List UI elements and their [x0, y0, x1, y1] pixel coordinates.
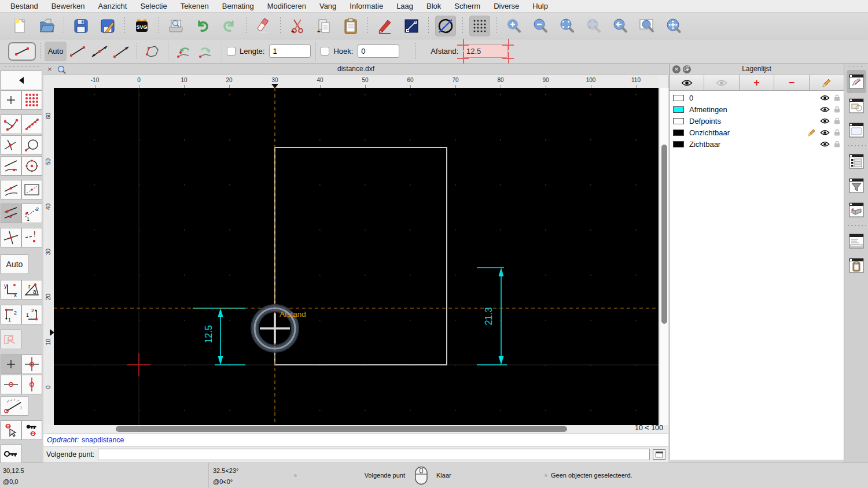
- snap-tangent-icon[interactable]: [1, 156, 21, 176]
- menu-item-bemating[interactable]: Bemating: [222, 2, 254, 10]
- snap-on-entity-icon[interactable]: [21, 114, 42, 134]
- lengte-input[interactable]: [269, 45, 311, 58]
- layer-visibility-icon[interactable]: [820, 118, 830, 124]
- coordinate-cartesian-icon[interactable]: yx: [1, 280, 21, 300]
- lengte-checkbox[interactable]: [227, 47, 236, 56]
- panel-library-button[interactable]: [847, 198, 866, 221]
- hoek-input[interactable]: [358, 45, 399, 58]
- hide-all-layers-button[interactable]: [704, 75, 739, 90]
- restrict-orthogonal-icon[interactable]: [21, 354, 42, 374]
- current-tool-line-icon[interactable]: [8, 42, 36, 61]
- zoom-selection-icon[interactable]: [583, 16, 604, 36]
- menu-item-bestand[interactable]: Bestand: [10, 2, 38, 10]
- zoom-pan-icon[interactable]: [663, 16, 684, 36]
- panel-blocks-button[interactable]: [847, 94, 866, 117]
- menu-item-bewerken[interactable]: Bewerken: [52, 2, 85, 10]
- menu-item-aanzicht[interactable]: Aanzicht: [98, 2, 127, 10]
- new-file-icon[interactable]: [10, 16, 31, 36]
- line-angle-both-button[interactable]: [89, 42, 111, 61]
- layer-lock-icon[interactable]: [834, 128, 840, 136]
- layer-lock-icon[interactable]: [834, 117, 840, 125]
- zoom-previous-icon[interactable]: [610, 16, 631, 36]
- angle-meter-icon[interactable]: [1, 396, 28, 416]
- dock-handle[interactable]: [847, 65, 865, 68]
- snap-center-icon[interactable]: [21, 156, 42, 176]
- layer-lock-icon[interactable]: [834, 94, 840, 102]
- snap-distance-box-icon[interactable]: [21, 180, 42, 199]
- edit-pen-icon[interactable]: [374, 16, 395, 36]
- snap-sequence-icon[interactable]: 12: [21, 204, 42, 223]
- restrict-horizontal-icon[interactable]: [1, 375, 21, 394]
- snap-intersection-icon[interactable]: [1, 135, 21, 155]
- menu-item-tekenen[interactable]: Tekenen: [181, 2, 209, 10]
- zoom-window-icon[interactable]: [637, 16, 657, 36]
- auto-line-mode-button[interactable]: Auto: [45, 42, 67, 61]
- line-two-points-button[interactable]: [67, 42, 89, 61]
- menu-item-scherm[interactable]: Scherm: [454, 2, 480, 10]
- drawing-canvas[interactable]: 12.5 21.3 Afstand: [54, 88, 659, 425]
- zoom-out-icon[interactable]: [530, 16, 551, 36]
- remove-layer-button[interactable]: −: [774, 75, 809, 90]
- add-layer-button[interactable]: +: [740, 75, 774, 90]
- menu-item-blok[interactable]: Blok: [426, 2, 441, 10]
- svg-export-icon[interactable]: SVG: [131, 16, 152, 36]
- panel-filter-button[interactable]: [847, 174, 866, 197]
- restrict-vertical-icon[interactable]: [21, 375, 42, 394]
- menu-item-hulp[interactable]: Hulp: [532, 2, 548, 10]
- auto-snap-button[interactable]: Auto: [1, 254, 28, 274]
- edit-layer-button[interactable]: [810, 75, 844, 90]
- panel-layer-list-button[interactable]: [847, 150, 866, 173]
- horizontal-scrollbar[interactable]: [43, 425, 668, 434]
- back-button[interactable]: [1, 71, 42, 90]
- horizontal-scrollbar-thumb[interactable]: [116, 426, 567, 432]
- lock-reference-icon[interactable]: [21, 420, 42, 440]
- snap-free-icon[interactable]: [1, 90, 21, 110]
- paste-icon[interactable]: [340, 16, 361, 36]
- panel-command-button[interactable]: [847, 230, 866, 253]
- vertical-scrollbar-thumb[interactable]: [661, 145, 667, 324]
- restrict-nothing-icon[interactable]: [1, 354, 21, 374]
- redo-icon[interactable]: [219, 16, 240, 36]
- snap-endpoints-icon[interactable]: [1, 114, 21, 134]
- layer-visibility-icon[interactable]: [820, 106, 830, 113]
- snap-middle-icon[interactable]: [1, 180, 21, 199]
- panel-clipboard-button[interactable]: [847, 254, 866, 277]
- print-preview-icon[interactable]: [165, 16, 186, 36]
- layer-visibility-icon[interactable]: [820, 95, 830, 101]
- draft-mode-icon[interactable]: [435, 16, 456, 36]
- restrict-disabled-icon[interactable]: [1, 330, 21, 349]
- layer-visibility-icon[interactable]: [820, 141, 830, 147]
- delete-icon[interactable]: [253, 16, 274, 36]
- open-file-icon[interactable]: [36, 16, 57, 36]
- menu-item-diverse[interactable]: Diverse: [494, 2, 519, 10]
- menu-item-modificeren[interactable]: Modificeren: [267, 2, 306, 10]
- relative-point-1-icon[interactable]: 12: [1, 305, 21, 324]
- show-all-layers-button[interactable]: [670, 75, 704, 90]
- coordinate-polar-icon[interactable]: ra: [21, 280, 42, 300]
- grid-toggle-icon[interactable]: [469, 16, 490, 36]
- command-window-toggle-button[interactable]: [653, 449, 665, 460]
- menu-item-laag[interactable]: Laag: [396, 2, 413, 10]
- zoom-auto-icon[interactable]: [557, 16, 578, 36]
- snap-none-icon[interactable]: !: [21, 228, 42, 247]
- layer-row-2[interactable]: Defpoints: [670, 115, 844, 127]
- cut-icon[interactable]: +: [287, 16, 308, 36]
- save-as-icon[interactable]: [97, 16, 118, 36]
- menu-item-vang[interactable]: Vang: [319, 2, 336, 10]
- polyline-close-button[interactable]: [141, 42, 163, 61]
- snap-distance-icon[interactable]: [1, 204, 21, 223]
- relative-point-2-icon[interactable]: 12: [21, 305, 42, 324]
- line-angle-button[interactable]: [111, 42, 133, 61]
- layer-lock-icon[interactable]: [834, 105, 840, 113]
- polyline-undo-button[interactable]: [173, 42, 195, 61]
- snap-grid-icon[interactable]: [21, 90, 42, 110]
- layer-row-0[interactable]: 0: [670, 92, 844, 103]
- palette-handle[interactable]: [3, 65, 40, 68]
- undo-icon[interactable]: [192, 16, 213, 36]
- layer-row-4[interactable]: Zichtbaar: [670, 138, 844, 150]
- layer-lock-icon[interactable]: [834, 140, 840, 148]
- attributes-icon[interactable]: [401, 16, 422, 36]
- panel-draw-button[interactable]: [847, 70, 866, 93]
- snap-reference-icon[interactable]: [21, 135, 42, 155]
- layer-row-1[interactable]: Afmetingen: [670, 103, 844, 115]
